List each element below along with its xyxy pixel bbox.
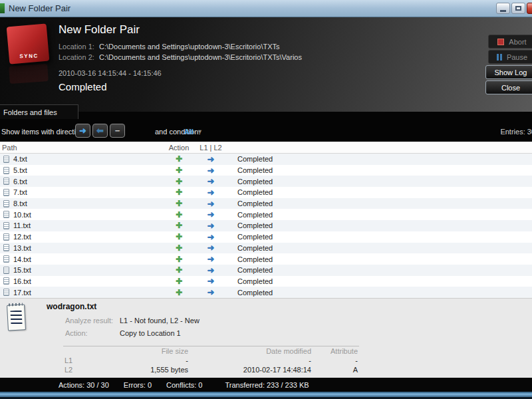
- window-controls: [496, 3, 532, 14]
- window-bottom-border: [0, 392, 532, 397]
- file-name: 11.txt: [13, 221, 31, 229]
- sync-logo-reflection: [9, 64, 49, 84]
- column-path[interactable]: Path: [0, 144, 163, 152]
- right-arrow-icon: ➜: [195, 276, 227, 286]
- row-status: Completed: [227, 200, 532, 207]
- table-row[interactable]: 11.txt✚➜Completed: [0, 220, 532, 231]
- table-row[interactable]: 10.txt✚➜Completed: [0, 209, 532, 220]
- add-action-icon: ✚: [163, 199, 195, 208]
- app-icon: [0, 3, 5, 13]
- action-label: Action:: [65, 329, 88, 337]
- right-arrow-icon: ➜: [195, 188, 227, 198]
- right-arrow-icon: ➜: [195, 154, 227, 164]
- l2-attribute: A: [313, 365, 359, 374]
- notepad-icon: [7, 304, 26, 331]
- abort-button[interactable]: Abort: [488, 35, 532, 49]
- row-status: Completed: [227, 244, 532, 252]
- row-status: Completed: [227, 255, 532, 263]
- analyze-result-value: L1 - Not found, L2 - New: [120, 317, 200, 325]
- right-arrow-icon: ➜: [195, 221, 227, 231]
- column-l1l2[interactable]: L1 | L2: [195, 144, 227, 152]
- table-row[interactable]: 12.txt✚➜Completed: [0, 231, 532, 243]
- table-row[interactable]: 5.txt✚➜Completed: [0, 165, 532, 176]
- app-window: New Folder Pair SYNC New Folder Pair Loc…: [0, 0, 532, 399]
- row-status: Completed: [227, 221, 532, 229]
- add-action-icon: ✚: [163, 243, 195, 253]
- row-status: Completed: [227, 155, 532, 163]
- minimize-icon: [500, 10, 506, 12]
- table-row[interactable]: 8.txt✚➜Completed: [0, 198, 532, 209]
- table-row[interactable]: 17.txt✚➜Completed: [0, 287, 532, 298]
- col-date-modified: Date modified: [190, 346, 313, 356]
- close-pair-button[interactable]: Close: [485, 80, 532, 94]
- direction-left-button[interactable]: ⬅: [92, 124, 108, 138]
- table-row[interactable]: 7.txt✚➜Completed: [0, 187, 532, 198]
- sync-logo: SYNC: [7, 23, 50, 64]
- status-conflicts: Conflicts: 0: [166, 381, 202, 389]
- file-name: 5.txt: [13, 166, 27, 174]
- file-name: 16.txt: [13, 277, 31, 285]
- table-row[interactable]: 16.txt✚➜Completed: [0, 276, 532, 287]
- add-action-icon: ✚: [163, 265, 195, 275]
- show-log-button[interactable]: Show Log: [485, 65, 532, 79]
- close-button[interactable]: [527, 3, 532, 14]
- table-header: Path Action L1 | L2: [0, 142, 532, 154]
- l1-label: L1: [63, 356, 90, 365]
- right-arrow-icon: ➜: [195, 265, 227, 275]
- row-status: Completed: [227, 188, 532, 196]
- table-row[interactable]: 4.txt✚➜Completed: [0, 154, 532, 165]
- right-arrow-icon: ➜: [195, 166, 227, 176]
- abort-icon: [497, 39, 504, 45]
- add-action-icon: ✚: [163, 177, 195, 186]
- header: SYNC New Folder Pair Location 1: C:\Docu…: [0, 17, 532, 112]
- file-icon: [3, 211, 9, 218]
- file-name: 10.txt: [13, 211, 31, 219]
- l1-file-size: -: [90, 356, 190, 365]
- table-row[interactable]: 6.txt✚➜Completed: [0, 176, 532, 187]
- file-table-body: 4.txt✚➜Completed5.txt✚➜Completed6.txt✚➜C…: [0, 154, 532, 298]
- direction-none-button[interactable]: −: [110, 124, 125, 138]
- status-transferred: Transferred: 233 / 233 KB: [225, 381, 309, 389]
- row-status: Completed: [227, 178, 532, 186]
- direction-right-button[interactable]: ➜: [75, 124, 90, 138]
- table-row[interactable]: 13.txt✚➜Completed: [0, 243, 532, 254]
- detail-grid-row-l1: L1 - - -: [63, 356, 359, 365]
- direction-filter-buttons: ➜ ⬅ −: [75, 124, 125, 138]
- action-value: Copy to Location 1: [120, 329, 181, 337]
- maximize-icon: [515, 6, 521, 11]
- pause-button[interactable]: Pause: [488, 50, 532, 64]
- tab-folders-and-files[interactable]: Folders and files: [0, 104, 78, 119]
- column-action[interactable]: Action: [163, 144, 195, 152]
- add-action-icon: ✚: [163, 288, 195, 297]
- file-name: 6.txt: [13, 178, 27, 186]
- file-name: 13.txt: [13, 244, 31, 252]
- l2-file-size: 1,555 bytes: [90, 365, 190, 374]
- add-action-icon: ✚: [163, 210, 195, 219]
- table-row[interactable]: 14.txt✚➜Completed: [0, 253, 532, 265]
- minimize-button[interactable]: [496, 3, 510, 14]
- right-arrow-icon: ➜: [195, 243, 227, 253]
- close-pair-label: Close: [501, 84, 520, 92]
- row-status: Completed: [227, 233, 532, 241]
- file-name: 4.txt: [13, 155, 27, 163]
- row-status: Completed: [227, 277, 532, 285]
- l1-attribute: -: [313, 356, 359, 365]
- detail-grid-header: File size Date modified Attribute: [63, 346, 359, 356]
- add-action-icon: ✚: [163, 166, 195, 175]
- file-table: Path Action L1 | L2 4.txt✚➜Completed5.tx…: [0, 142, 532, 298]
- table-row[interactable]: 15.txt✚➜Completed: [0, 265, 532, 276]
- page-title: New Folder Pair: [59, 23, 140, 37]
- location2-value: C:\Documents and Settings\uptodown-3\Esc…: [99, 53, 302, 61]
- right-arrow-icon: ➜: [195, 232, 227, 242]
- chevron-down-icon[interactable]: ▼: [197, 128, 203, 135]
- file-icon: [3, 289, 9, 296]
- condition-label: and condition:: [155, 128, 201, 136]
- file-name: 15.txt: [13, 266, 31, 274]
- detail-panel: wodragon.txt Analyze result: L1 - Not fo…: [0, 298, 532, 378]
- condition-dropdown[interactable]: All: [184, 128, 194, 136]
- maximize-button[interactable]: [511, 3, 525, 14]
- row-status: Completed: [227, 166, 532, 174]
- titlebar: New Folder Pair: [0, 0, 532, 17]
- analyze-result-label: Analyze result:: [65, 317, 113, 325]
- file-name: 17.txt: [13, 289, 31, 297]
